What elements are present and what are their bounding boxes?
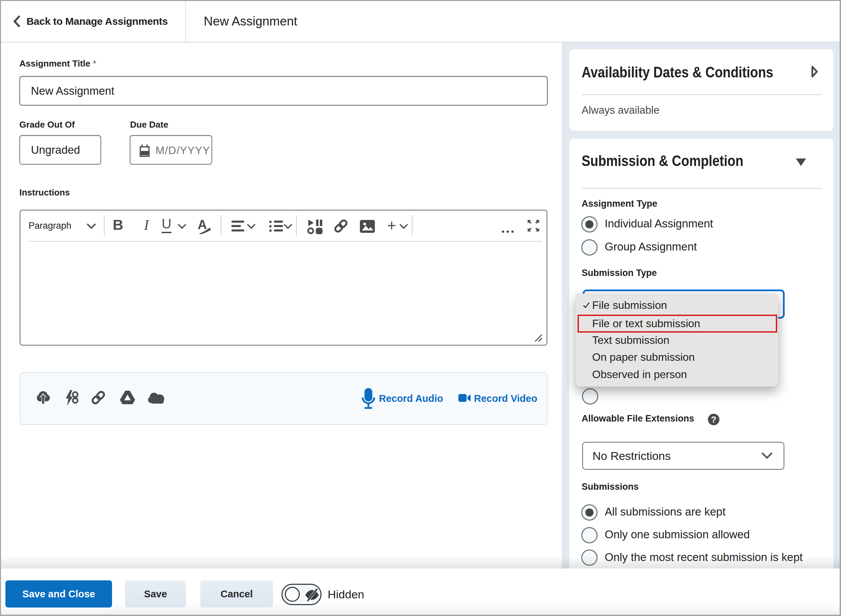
svg-text:?: ? <box>711 414 716 425</box>
